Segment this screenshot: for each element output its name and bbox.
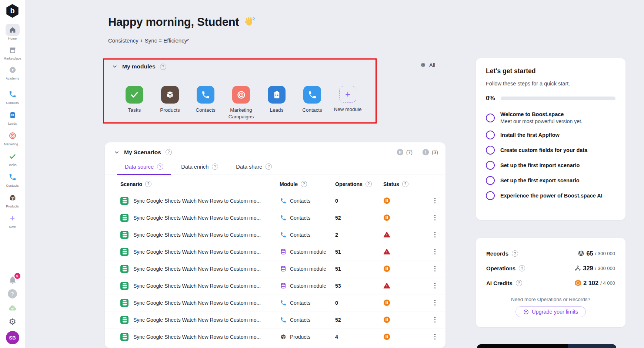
add-module-tile[interactable]: New module xyxy=(331,86,364,120)
row-menu-button[interactable] xyxy=(423,197,437,205)
kebab-icon xyxy=(433,214,437,222)
scenario-cell[interactable]: Sync Google Sheets Watch New Rows to Cus… xyxy=(120,265,280,273)
row-menu-button[interactable] xyxy=(423,265,437,273)
step-checkbox-icon[interactable] xyxy=(486,114,495,122)
database-icon xyxy=(280,248,287,255)
scenario-cell[interactable]: Sync Google Sheets Watch New Rows to Cus… xyxy=(120,316,280,324)
scenario-name[interactable]: Sync Google Sheets Watch New Rows to Cus… xyxy=(133,232,261,238)
help-tooltip-icon[interactable] xyxy=(157,163,163,170)
user-avatar[interactable]: SB xyxy=(6,331,19,344)
help-tooltip-icon[interactable] xyxy=(516,280,522,286)
boost-space-logo[interactable]: b xyxy=(6,4,19,18)
help-tooltip-icon[interactable] xyxy=(519,265,525,271)
sidebar-item-marketing[interactable]: Marketing... xyxy=(1,129,24,146)
row-menu-button[interactable] xyxy=(423,231,437,239)
scenario-name[interactable]: Sync Google Sheets Watch New Rows to Cus… xyxy=(133,198,261,204)
step-install-appflow[interactable]: Install the first Appflow xyxy=(486,131,615,139)
help-tooltip-icon[interactable] xyxy=(212,163,218,170)
video-widget-peek[interactable] xyxy=(477,344,616,348)
module-tile-tasks[interactable]: Tasks xyxy=(118,86,151,120)
chevron-down-icon[interactable] xyxy=(112,64,118,70)
scenario-cell[interactable]: Sync Google Sheets Watch New Rows to Cus… xyxy=(120,197,280,205)
sidebar-item-products[interactable]: Products xyxy=(1,192,24,208)
error-count-badge[interactable]: (3) xyxy=(422,149,438,156)
step-import-scenario[interactable]: Set up the first import scenario xyxy=(486,161,615,170)
module-label: Contacts xyxy=(290,317,310,323)
help-tooltip-icon[interactable] xyxy=(301,181,307,187)
help-tooltip-icon[interactable] xyxy=(512,250,518,257)
tab-data-enrich[interactable]: Data enrich xyxy=(173,161,226,175)
getting-started-title: Let's get started xyxy=(486,67,615,75)
module-tile-products[interactable]: Products xyxy=(153,86,187,120)
row-menu-button[interactable] xyxy=(423,214,437,222)
help-tooltip-icon[interactable] xyxy=(145,181,151,187)
step-boost-space-ai[interactable]: Experience the power of Boost.space AI xyxy=(486,191,615,200)
module-tile-contacts-2[interactable]: Contacts xyxy=(296,86,329,120)
records-limit: / 300 000 xyxy=(595,251,615,256)
row-menu-button[interactable] xyxy=(423,299,437,307)
scenario-cell[interactable]: Sync Google Sheets Watch New Rows to Cus… xyxy=(120,299,280,307)
row-menu-button[interactable] xyxy=(423,282,437,290)
step-checkbox-icon[interactable] xyxy=(486,131,495,139)
help-tooltip-icon[interactable] xyxy=(366,181,372,187)
view-all-modules-button[interactable]: All xyxy=(420,62,435,68)
scenario-cell[interactable]: Sync Google Sheets Watch New Rows to Cus… xyxy=(120,214,280,222)
google-sheets-icon xyxy=(120,265,129,273)
sidebar-item-contacts[interactable]: Contacts xyxy=(1,88,24,105)
help-tooltip-icon[interactable] xyxy=(166,149,172,155)
sync-status-icon[interactable] xyxy=(8,303,17,313)
step-checkbox-icon[interactable] xyxy=(486,146,495,155)
table-row: Sync Google Sheets Watch New Rows to Cus… xyxy=(105,243,446,260)
upgrade-limits-button[interactable]: Upgrade your limits xyxy=(515,306,586,317)
kebab-icon xyxy=(433,231,437,239)
help-tooltip-icon[interactable] xyxy=(402,181,408,187)
module-tile-marketing-campaigns[interactable]: Marketing Campaigns xyxy=(224,86,258,120)
tab-data-source[interactable]: Data source xyxy=(117,161,171,175)
row-menu-button[interactable] xyxy=(423,248,437,256)
notifications-button[interactable]: 5 xyxy=(8,276,17,284)
sidebar-item-contacts-2[interactable]: Contacts xyxy=(1,171,24,187)
table-row: Sync Google Sheets Watch New Rows to Cus… xyxy=(105,294,446,311)
scenario-name[interactable]: Sync Google Sheets Watch New Rows to Cus… xyxy=(133,300,261,306)
sidebar-item-new[interactable]: New xyxy=(1,212,24,229)
step-checkbox-icon[interactable] xyxy=(486,176,495,185)
sidebar-item-tasks[interactable]: Tasks xyxy=(1,150,24,167)
phone-icon xyxy=(280,316,287,323)
status-cell xyxy=(383,299,423,306)
settings-button[interactable] xyxy=(9,318,16,326)
scenario-cell[interactable]: Sync Google Sheets Watch New Rows to Cus… xyxy=(120,333,280,341)
scenario-name[interactable]: Sync Google Sheets Watch New Rows to Cus… xyxy=(133,317,261,323)
module-tile-leads[interactable]: Leads xyxy=(260,86,293,120)
step-checkbox-icon[interactable] xyxy=(486,191,495,200)
help-tooltip-icon[interactable] xyxy=(266,163,272,170)
scenario-cell[interactable]: Sync Google Sheets Watch New Rows to Cus… xyxy=(120,282,280,290)
step-export-scenario[interactable]: Set up the first export scenario xyxy=(486,176,615,185)
row-menu-button[interactable] xyxy=(423,333,437,341)
module-label: Contacts xyxy=(290,232,310,238)
step-checkbox-icon[interactable] xyxy=(486,161,495,170)
module-label: Contacts xyxy=(290,198,310,204)
scenario-name[interactable]: Sync Google Sheets Watch New Rows to Cus… xyxy=(133,215,261,221)
help-tooltip-icon[interactable] xyxy=(160,64,166,70)
help-button[interactable] xyxy=(8,289,17,298)
scenario-name[interactable]: Sync Google Sheets Watch New Rows to Cus… xyxy=(133,249,261,255)
sidebar-item-home[interactable]: Home xyxy=(1,24,24,40)
chevron-down-icon[interactable] xyxy=(114,149,120,155)
scenario-name[interactable]: Sync Google Sheets Watch New Rows to Cus… xyxy=(133,283,261,289)
products-module-icon xyxy=(161,86,179,104)
status-cell xyxy=(383,265,423,272)
module-tile-contacts[interactable]: Contacts xyxy=(189,86,222,120)
flow-icon xyxy=(574,265,581,271)
sidebar-item-leads[interactable]: Leads xyxy=(1,109,24,125)
scenario-name[interactable]: Sync Google Sheets Watch New Rows to Cus… xyxy=(133,266,261,272)
paused-count-badge[interactable]: (7) xyxy=(397,149,413,156)
scenario-name[interactable]: Sync Google Sheets Watch New Rows to Cus… xyxy=(133,334,261,340)
sidebar-item-marketplace[interactable]: Marketplace xyxy=(1,44,24,60)
row-menu-button[interactable] xyxy=(423,316,437,324)
scenario-cell[interactable]: Sync Google Sheets Watch New Rows to Cus… xyxy=(120,248,280,256)
sidebar-item-academy[interactable]: Academy xyxy=(1,64,24,80)
step-custom-fields[interactable]: Create custom fields for your data xyxy=(486,146,615,155)
step-welcome[interactable]: Welcome to Boost.space Meet our most pow… xyxy=(486,111,615,124)
tab-data-share[interactable]: Data share xyxy=(228,161,280,175)
scenario-cell[interactable]: Sync Google Sheets Watch New Rows to Cus… xyxy=(120,231,280,239)
